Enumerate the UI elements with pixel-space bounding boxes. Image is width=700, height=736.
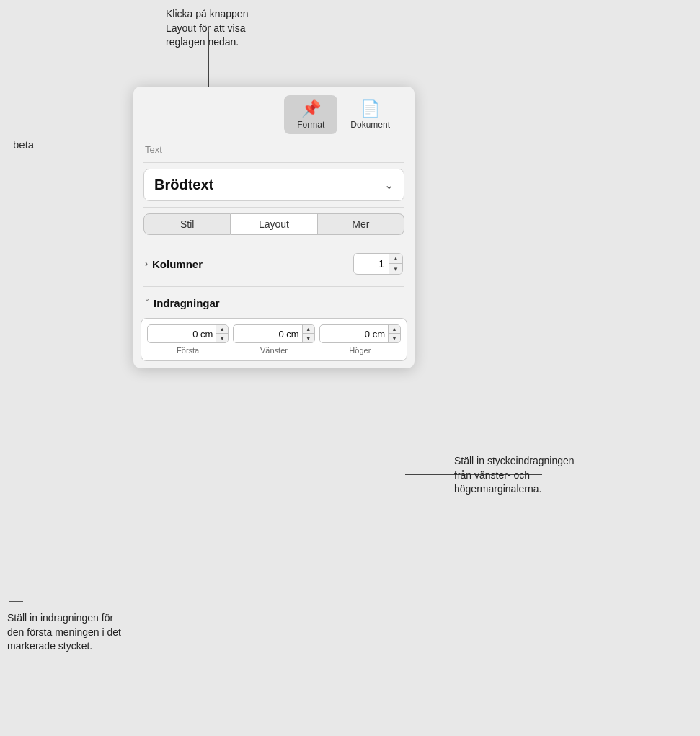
dokument-button[interactable]: 📄 Dokument <box>337 95 403 134</box>
kolumner-value: 1 <box>354 255 389 272</box>
divider-2 <box>143 207 404 208</box>
kolumner-stepper-arrows: ▲ ▼ <box>389 254 402 274</box>
kolumner-chevron-icon: › <box>145 259 148 269</box>
indragningar-label: Indragningar <box>154 297 220 309</box>
left-bracket-top <box>9 559 23 559</box>
forsta-stepper[interactable]: 0 cm ▲ ▼ <box>147 324 229 343</box>
left-edge-label: beta <box>13 138 34 151</box>
bottom-callout-text: Ställ in indragningen för den första men… <box>7 611 121 654</box>
chevron-down-icon: ⌄ <box>384 178 394 192</box>
left-bracket-bottom <box>9 601 23 602</box>
indragningar-chevron-icon: ˅ <box>145 298 149 309</box>
divider-1 <box>143 162 404 163</box>
paragraph-style-text: Brödtext <box>154 177 213 193</box>
indragningar-steppers: 0 cm ▲ ▼ Första 0 cm ▲ ▼ Vänster 0 cm <box>141 318 407 361</box>
tabs-row: Stil Layout Mer <box>143 213 404 235</box>
stepper-vanster: 0 cm ▲ ▼ Vänster <box>233 324 314 355</box>
vanster-decrement[interactable]: ▼ <box>303 334 314 342</box>
hoger-arrows: ▲ ▼ <box>388 325 400 342</box>
divider-3 <box>143 241 404 241</box>
forsta-value: 0 cm <box>148 327 216 342</box>
tab-stil[interactable]: Stil <box>143 213 231 235</box>
hoger-label: Höger <box>349 346 371 355</box>
vanster-label: Vänster <box>260 346 288 355</box>
indragningar-header: ˅ Indragningar <box>133 291 415 315</box>
format-icon: 📌 <box>301 99 321 118</box>
kolumner-decrement[interactable]: ▼ <box>389 264 402 274</box>
format-label: Format <box>297 120 324 130</box>
forsta-label: Första <box>177 346 199 355</box>
stepper-hoger: 0 cm ▲ ▼ Höger <box>319 324 401 355</box>
vanster-arrows: ▲ ▼ <box>302 325 314 342</box>
dokument-label: Dokument <box>350 120 390 130</box>
top-callout-text: Klicka på knappen Layout för att visa re… <box>166 7 248 50</box>
hoger-stepper[interactable]: 0 cm ▲ ▼ <box>319 324 401 343</box>
top-annotation-line <box>208 32 209 89</box>
left-bracket-vertical <box>9 559 9 602</box>
forsta-arrows: ▲ ▼ <box>216 325 228 342</box>
tab-mer[interactable]: Mer <box>318 213 404 235</box>
divider-4 <box>143 286 404 287</box>
vanster-stepper[interactable]: 0 cm ▲ ▼ <box>233 324 314 343</box>
kolumner-increment[interactable]: ▲ <box>389 254 402 264</box>
forsta-decrement[interactable]: ▼ <box>216 334 228 342</box>
forsta-increment[interactable]: ▲ <box>216 325 228 334</box>
dokument-icon: 📄 <box>360 99 380 118</box>
hoger-increment[interactable]: ▲ <box>389 325 400 334</box>
section-label: Text <box>133 140 415 158</box>
vanster-value: 0 cm <box>234 327 301 342</box>
kolumner-label: Kolumner <box>152 258 203 270</box>
tab-layout[interactable]: Layout <box>231 213 317 235</box>
vanster-increment[interactable]: ▲ <box>303 325 314 334</box>
kolumner-label-group: › Kolumner <box>145 258 203 270</box>
panel-toolbar: 📌 Format 📄 Dokument <box>133 87 415 140</box>
right-callout-text: Ställ in styckeindragningen från vänster… <box>454 454 575 497</box>
format-panel: 📌 Format 📄 Dokument Text Brödtext ⌄ Stil… <box>133 87 415 368</box>
format-button[interactable]: 📌 Format <box>284 95 337 134</box>
stepper-forsta: 0 cm ▲ ▼ Första <box>147 324 229 355</box>
hoger-decrement[interactable]: ▼ <box>389 334 400 342</box>
hoger-value: 0 cm <box>320 327 388 342</box>
kolumner-stepper[interactable]: 1 ▲ ▼ <box>353 253 403 275</box>
paragraph-style-dropdown[interactable]: Brödtext ⌄ <box>143 169 404 201</box>
kolumner-row: › Kolumner 1 ▲ ▼ <box>133 246 415 282</box>
